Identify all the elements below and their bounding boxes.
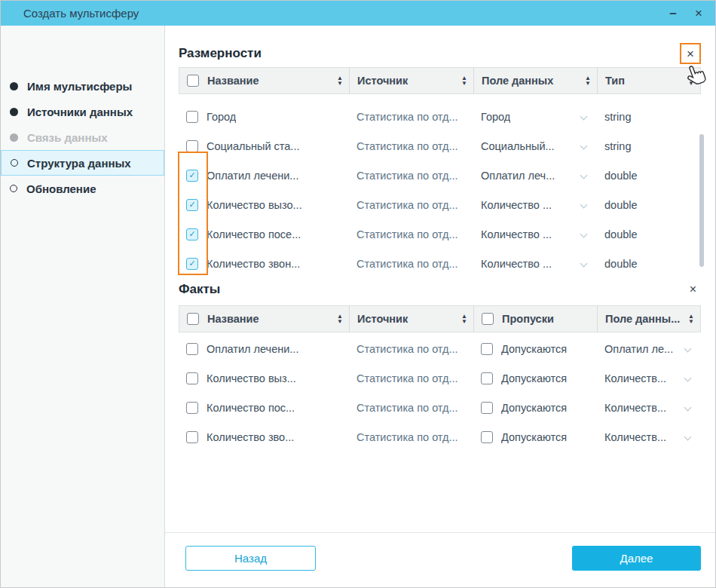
dimension-field[interactable]: Оплатил леч... bbox=[481, 170, 555, 182]
step-label: Имя мультисферы bbox=[27, 80, 132, 93]
sidebar-step-pending[interactable]: Обновление bbox=[1, 176, 164, 201]
row-checkbox[interactable] bbox=[186, 258, 198, 270]
row-checkbox[interactable] bbox=[186, 431, 198, 443]
facts-section-header: Факты × bbox=[179, 278, 701, 301]
facts-close-icon[interactable]: × bbox=[690, 283, 696, 296]
step-status-icon bbox=[11, 159, 18, 167]
dimension-row: Количество вызо... Статистика по отд... … bbox=[179, 190, 701, 219]
chevron-down-icon[interactable] bbox=[580, 231, 588, 238]
sort-icon[interactable]: ▲▼ bbox=[688, 75, 694, 86]
sort-icon[interactable]: ▲▼ bbox=[461, 75, 467, 86]
column-header-type[interactable]: Тип bbox=[605, 75, 625, 87]
fact-row: Количество зво... Статистика по отд... Д… bbox=[179, 422, 701, 452]
column-header-field[interactable]: Поле данны... bbox=[605, 313, 680, 325]
column-header-source[interactable]: Источник bbox=[357, 313, 408, 325]
dimensions-table-header: Название ▲▼ Источник ▲▼ Поле данных ▲▼ Т… bbox=[179, 67, 701, 94]
fact-field[interactable]: Количеств... bbox=[604, 372, 666, 384]
fact-field[interactable]: Оплатил ле... bbox=[604, 343, 673, 355]
column-header-name[interactable]: Название bbox=[207, 75, 259, 87]
chevron-down-icon[interactable] bbox=[684, 375, 692, 382]
row-checkbox[interactable] bbox=[186, 199, 198, 211]
fact-gaps-label: Допускаются bbox=[501, 343, 567, 355]
dimension-field[interactable]: Социальный... bbox=[481, 140, 555, 152]
dimension-field[interactable]: Количество ... bbox=[481, 258, 552, 270]
fact-source: Статистика по отд... bbox=[356, 343, 458, 355]
fact-gaps-label: Допускаются bbox=[501, 402, 567, 414]
create-multisphere-dialog: Создать мультисферу – × Имя мультисферы … bbox=[0, 0, 716, 588]
column-header-gaps[interactable]: Пропуски bbox=[502, 313, 554, 325]
step-label: Связь данных bbox=[27, 131, 108, 144]
dimension-source: Статистика по отд... bbox=[356, 140, 458, 152]
row-checkbox[interactable] bbox=[186, 343, 198, 355]
sort-icon[interactable]: ▲▼ bbox=[688, 314, 694, 324]
sort-icon[interactable]: ▲▼ bbox=[337, 314, 343, 324]
gaps-checkbox[interactable] bbox=[481, 343, 493, 355]
dimension-type: double bbox=[604, 228, 638, 240]
sort-icon[interactable]: ▲▼ bbox=[461, 314, 467, 324]
fact-source: Статистика по отд... bbox=[356, 372, 458, 384]
fact-field[interactable]: Количеств... bbox=[604, 431, 666, 443]
row-checkbox[interactable] bbox=[186, 228, 198, 240]
sort-icon[interactable]: ▲▼ bbox=[337, 75, 343, 86]
dimension-type: double bbox=[604, 199, 638, 211]
dimension-row: Количество посе... Статистика по отд... … bbox=[179, 219, 701, 249]
gaps-checkbox[interactable] bbox=[481, 372, 493, 384]
row-checkbox[interactable] bbox=[186, 140, 198, 152]
dimension-field[interactable]: Количество ... bbox=[481, 228, 552, 240]
window-title: Создать мультисферу bbox=[23, 7, 139, 20]
gaps-checkbox[interactable] bbox=[481, 402, 493, 414]
dimension-field[interactable]: Город bbox=[481, 111, 510, 123]
chevron-down-icon[interactable] bbox=[580, 172, 588, 179]
column-header-name[interactable]: Название bbox=[207, 313, 259, 325]
dimensions-close-icon[interactable]: × bbox=[687, 47, 694, 60]
row-checkbox[interactable] bbox=[186, 402, 198, 414]
facts-gaps-all-checkbox[interactable] bbox=[482, 313, 494, 325]
row-checkbox[interactable] bbox=[186, 372, 198, 384]
row-checkbox[interactable] bbox=[186, 111, 198, 123]
dimension-field[interactable]: Количество ... bbox=[481, 199, 552, 211]
dimension-row: Количество звон... Статистика по отд... … bbox=[179, 249, 701, 278]
sidebar-step-done[interactable]: Источники данных bbox=[1, 99, 164, 124]
chevron-down-icon[interactable] bbox=[580, 260, 588, 268]
back-button[interactable]: Назад bbox=[185, 546, 316, 571]
chevron-down-icon[interactable] bbox=[580, 142, 588, 150]
fact-field[interactable]: Количеств... bbox=[604, 402, 666, 414]
row-checkbox[interactable] bbox=[186, 170, 198, 182]
dimension-source: Статистика по отд... bbox=[356, 199, 458, 211]
fact-source: Статистика по отд... bbox=[356, 402, 458, 414]
sidebar-step-disabled[interactable]: Связь данных bbox=[1, 124, 164, 150]
vertical-scrollbar[interactable] bbox=[699, 134, 704, 267]
dimension-row: Оплатил лечени... Статистика по отд... О… bbox=[179, 161, 701, 190]
step-status-icon bbox=[10, 133, 18, 142]
column-header-field[interactable]: Поле данных bbox=[482, 75, 553, 87]
wizard-steps-sidebar: Имя мультисферы Источники данных Связь д… bbox=[1, 26, 165, 587]
fact-row: Количество выз... Статистика по отд... Д… bbox=[179, 363, 701, 393]
chevron-down-icon[interactable] bbox=[580, 113, 588, 121]
sidebar-step-done[interactable]: Имя мультисферы bbox=[1, 73, 164, 99]
chevron-down-icon[interactable] bbox=[580, 201, 588, 209]
column-header-source[interactable]: Источник bbox=[357, 75, 408, 87]
facts-select-all-checkbox[interactable] bbox=[187, 313, 199, 325]
next-button[interactable]: Далее bbox=[572, 546, 701, 571]
dimension-source: Статистика по отд... bbox=[356, 170, 458, 182]
chevron-down-icon[interactable] bbox=[684, 404, 692, 412]
dimensions-select-all-checkbox[interactable] bbox=[187, 75, 199, 87]
step-label: Источники данных bbox=[27, 106, 133, 118]
fact-name: Количество пос... bbox=[207, 402, 295, 414]
facts-table-header: Название ▲▼ Источник ▲▼ Пропуски Поле да… bbox=[179, 305, 701, 332]
step-status-icon bbox=[10, 108, 18, 116]
title-bar: Создать мультисферу – × bbox=[1, 1, 715, 26]
chevron-down-icon[interactable] bbox=[684, 345, 692, 353]
window-close-icon[interactable]: × bbox=[691, 7, 706, 20]
step-label: Структура данных bbox=[27, 157, 131, 170]
fact-gaps-label: Допускаются bbox=[501, 431, 567, 443]
minimize-icon[interactable]: – bbox=[666, 7, 681, 20]
dialog-footer: Назад Далее bbox=[165, 532, 715, 587]
gaps-checkbox[interactable] bbox=[481, 431, 493, 443]
sidebar-step-active[interactable]: Структура данных bbox=[1, 150, 164, 176]
dimensions-section-header: Размерности × bbox=[179, 42, 701, 65]
chevron-down-icon[interactable] bbox=[684, 433, 692, 441]
dimension-name: Количество посе... bbox=[207, 228, 301, 240]
sort-icon[interactable]: ▲▼ bbox=[585, 75, 591, 86]
dimension-type: double bbox=[604, 258, 638, 270]
